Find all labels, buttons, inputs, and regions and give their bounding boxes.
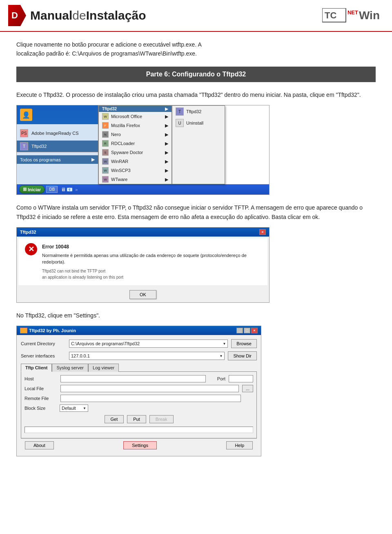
settings-title: Tftpd32 by Ph. Jounin: [29, 328, 76, 333]
tftpd32-item[interactable]: T Tftpd32: [17, 141, 98, 152]
error-dialog-titlebar: Tftpd32 ×: [17, 228, 269, 237]
current-dir-dropdown[interactable]: C:\Arquivos de programas\Tftpd32 ▼: [69, 340, 228, 348]
titlebar-buttons: ×: [259, 229, 266, 235]
win-menu: 👤 PS Adobe ImageReady CS T Tftpd32 Todos…: [17, 105, 269, 184]
port-input[interactable]: [229, 375, 253, 382]
intro-line1: Clique novamente no botão procurar e adi…: [16, 41, 202, 48]
taskbar-arrows: »: [75, 187, 78, 192]
uninstall-icon: U: [176, 119, 184, 127]
break-button[interactable]: Break: [149, 415, 174, 423]
uninstall-item[interactable]: U Uninstall: [172, 117, 225, 129]
block-dropdown-arrow-icon: ▼: [83, 407, 86, 410]
action-buttons: Get Put Break: [24, 415, 253, 423]
remote-file-label: Remote File: [24, 396, 57, 401]
taskbar-app-db[interactable]: DB: [46, 186, 58, 193]
rdcloader-item[interactable]: R RDCLoader ▶: [99, 139, 172, 148]
error-dialog-body: ✕ Error 10048 Normalmente é permitida ap…: [18, 238, 267, 285]
page-header: D ManualdeInstalação TC NET Win: [0, 0, 392, 32]
taskbar-icons: 🖥 📧: [61, 187, 73, 192]
winrar-label: WinRAR: [111, 159, 128, 164]
wtware-item[interactable]: W WTware ▶: [99, 175, 172, 184]
winrar-icon: W: [102, 158, 109, 165]
error-sub2: an application is already listening on t…: [42, 274, 261, 280]
tab-log-viewer[interactable]: Log viewer: [88, 364, 119, 372]
header-title: ManualdeInstalação: [30, 9, 146, 22]
settings-title-icon: [20, 328, 27, 333]
block-size-dropdown[interactable]: Default ▼: [60, 404, 88, 412]
tftpd32-submenu-title: Tftpd32: [102, 107, 117, 111]
local-file-input[interactable]: [60, 385, 239, 392]
adobe-label: Adobe ImageReady CS: [31, 131, 79, 136]
block-size-value: Default: [62, 406, 76, 411]
show-dir-button[interactable]: Show Dir: [228, 351, 257, 360]
title-de: de: [72, 9, 86, 22]
help-button[interactable]: Help: [226, 441, 253, 449]
start-menu-left: 👤 PS Adobe ImageReady CS T Tftpd32 Todos…: [17, 105, 98, 184]
spyware-icon: S: [102, 149, 109, 156]
current-dir-value: C:\Arquivos de programas\Tftpd32: [71, 341, 140, 346]
tftpd32-run-item[interactable]: T Tftpd32: [172, 106, 225, 117]
programs-submenu: Tftpd32 ▶ W Microsoft Office ▶ F Mozilla…: [98, 105, 172, 184]
host-port-row: Host Port: [24, 375, 253, 382]
intro-paragraph: Clique novamente no botão procurar e adi…: [16, 40, 376, 58]
winscp3-label: WinSCP3: [111, 168, 131, 173]
para3: No Tftpd32, clique em "Settings".: [16, 311, 376, 320]
tftpd32-label: Tftpd32: [31, 144, 47, 149]
ms-office-item[interactable]: W Microsoft Office ▶: [99, 112, 172, 121]
remote-file-input[interactable]: [60, 395, 241, 402]
nero-icon: N: [102, 131, 109, 138]
put-button[interactable]: Put: [127, 415, 146, 423]
winscp3-item[interactable]: W WinSCP3 ▶: [99, 166, 172, 175]
settings-footer: About Settings Help: [21, 438, 257, 452]
ok-button[interactable]: OK: [129, 290, 156, 299]
logo-d-icon: D: [8, 5, 26, 26]
browse-button[interactable]: Browse: [231, 339, 257, 348]
adobe-icon: PS: [20, 129, 28, 137]
tab-tftp-client[interactable]: Tftp Client: [21, 364, 52, 372]
dialog-close-button[interactable]: ×: [259, 229, 266, 235]
mozilla-icon: F: [102, 122, 109, 129]
error-text: Error 10048 Normalmente é permitida apen…: [42, 243, 261, 280]
svg-text:TC: TC: [325, 10, 336, 20]
tftpd32-run-icon: T: [176, 107, 184, 116]
section-header: Parte 6: Configurando o Tftpd32: [16, 67, 376, 82]
svg-text:D: D: [11, 10, 18, 20]
spyware-item[interactable]: S Spyware Doctor ▶: [99, 148, 172, 157]
settings-titlebar: Tftpd32 by Ph. Jounin _ □ ×: [17, 326, 261, 335]
restore-button[interactable]: □: [244, 328, 250, 333]
minimize-button[interactable]: _: [236, 328, 243, 333]
server-dropdown-arrow-icon: ▼: [219, 354, 223, 358]
nero-arrow: ▶: [165, 132, 168, 137]
settings-button[interactable]: Settings: [123, 441, 157, 449]
tab-syslog-server[interactable]: Syslog server: [52, 364, 88, 372]
adobe-item[interactable]: PS Adobe ImageReady CS: [17, 127, 98, 139]
tftpd32-run-label: Tftpd32: [186, 109, 201, 114]
winrar-item[interactable]: W WinRAR ▶: [99, 157, 172, 166]
server-interfaces-dropdown[interactable]: 127.0.0.1 ▼: [69, 352, 225, 360]
mozilla-label: Mozilla Firefox: [111, 123, 140, 128]
error-description: Normalmente é permitida apenas uma utili…: [42, 252, 261, 266]
nero-item[interactable]: N Nero ▶: [99, 130, 172, 139]
wtware-label: WTware: [111, 177, 127, 182]
rdcloader-arrow: ▶: [165, 141, 168, 146]
settings-close-button[interactable]: ×: [251, 328, 258, 333]
logo-right: TC NET Win: [322, 8, 380, 23]
about-button[interactable]: About: [25, 441, 54, 449]
settings-titlebar-buttons: _ □ ×: [236, 328, 258, 333]
get-button[interactable]: Get: [105, 415, 124, 423]
browse-local-button[interactable]: ...: [242, 385, 253, 392]
mozilla-item[interactable]: F Mozilla Firefox ▶: [99, 121, 172, 130]
winscp3-icon: W: [102, 167, 109, 174]
windows-icon: ⊞: [23, 187, 27, 192]
page-content: Clique novamente no botão procurar e adi…: [0, 32, 392, 465]
net-label: NET: [347, 9, 358, 16]
start-button[interactable]: ⊞ Iniciar: [19, 185, 45, 193]
error-dialog-footer: OK: [17, 287, 269, 302]
settings-body: Current Directory C:\Arquivos de program…: [17, 335, 261, 456]
header-logo-left: D ManualdeInstalação: [8, 5, 146, 26]
all-programs-item[interactable]: Todos os programas ▶: [17, 155, 98, 164]
ms-office-label: Microsoft Office: [111, 114, 142, 119]
win-label: Win: [359, 9, 380, 22]
host-input[interactable]: [60, 375, 206, 382]
rdcloader-icon: R: [102, 140, 109, 147]
